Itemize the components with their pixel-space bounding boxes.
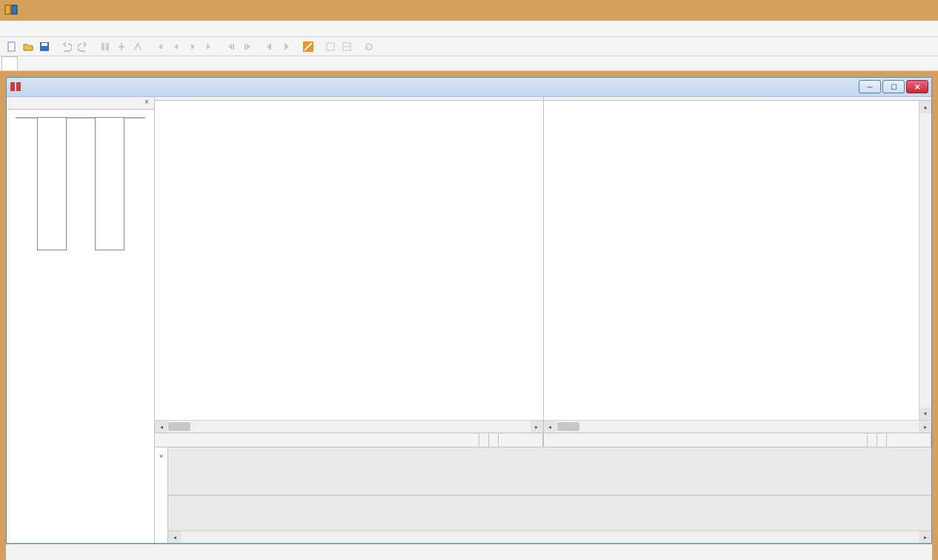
svg-rect-12: [10, 82, 15, 91]
status-cp-right: [877, 433, 887, 447]
svg-rect-7: [233, 44, 234, 50]
status-pos-right: [544, 433, 868, 447]
location-col-left[interactable]: [37, 117, 67, 250]
menubar: [0, 21, 938, 37]
location-pane: ×: [7, 97, 155, 543]
status-ro-left: [479, 433, 489, 447]
location-pane-body[interactable]: [7, 110, 154, 543]
client-area: ─ ☐ ✕ ×: [0, 71, 938, 560]
diff-row-top[interactable]: [168, 447, 931, 496]
hscrollbar-right[interactable]: ◂▸: [544, 420, 932, 433]
diff-hscrollbar[interactable]: ◂▸: [168, 530, 931, 543]
compare-pane-left: ◂▸: [155, 97, 544, 447]
diff-nav3-icon[interactable]: [130, 39, 145, 54]
refresh-icon[interactable]: [362, 39, 376, 54]
diff-nav2-icon[interactable]: [114, 39, 129, 54]
nav-prev-icon[interactable]: [169, 39, 184, 54]
toolbar: [0, 37, 938, 56]
doc-icon: [10, 81, 21, 93]
svg-rect-6: [106, 43, 109, 50]
file-tab[interactable]: [1, 56, 18, 70]
doc-titlebar: ─ ☐ ✕: [7, 78, 931, 97]
open-icon[interactable]: [21, 39, 36, 54]
opt1-icon[interactable]: [323, 39, 338, 54]
status-ro-right: [868, 433, 877, 447]
opt2-icon[interactable]: [339, 39, 354, 54]
highlight-toggle-icon[interactable]: [301, 39, 316, 54]
app-titlebar: [0, 0, 938, 21]
nav-first-icon[interactable]: [153, 39, 167, 54]
copy-right-all-icon[interactable]: [279, 39, 293, 54]
status-eol-right: [887, 433, 931, 447]
diff-pane: × ◂▸: [155, 447, 931, 543]
hscrollbar-left[interactable]: ◂▸: [155, 420, 543, 433]
location-pane-header: ×: [7, 97, 154, 110]
diff-nav1-icon[interactable]: [98, 39, 113, 54]
maximize-button[interactable]: ☐: [882, 80, 905, 93]
undo-icon[interactable]: [59, 39, 74, 54]
minimize-button[interactable]: ─: [859, 80, 881, 93]
status-bar: [6, 544, 932, 560]
status-bar-left: [155, 433, 543, 447]
nav-last-icon[interactable]: [202, 39, 216, 54]
status-pos-left: [155, 433, 479, 447]
status-bar-right: [544, 433, 932, 447]
svg-rect-10: [327, 43, 334, 50]
tabstrip: [0, 56, 938, 71]
text-right[interactable]: [544, 101, 919, 420]
copy-left-all-icon[interactable]: [262, 39, 277, 54]
svg-rect-13: [16, 82, 21, 91]
close-button[interactable]: ✕: [906, 80, 928, 93]
new-icon[interactable]: [4, 39, 19, 54]
svg-rect-2: [8, 42, 15, 51]
svg-rect-8: [245, 44, 246, 50]
save-icon[interactable]: [37, 39, 52, 54]
status-cp-left: [489, 433, 499, 447]
redo-icon[interactable]: [76, 39, 90, 54]
doc-window: ─ ☐ ✕ ×: [6, 77, 932, 544]
diff-row-bottom[interactable]: ◂▸: [168, 496, 931, 543]
app-icon: [4, 3, 18, 16]
svg-rect-0: [5, 5, 10, 14]
vscrollbar-right[interactable]: ▴▾: [919, 101, 931, 420]
merge-right-icon[interactable]: [240, 39, 255, 54]
nav-next-icon[interactable]: [185, 39, 200, 54]
merge-left-icon[interactable]: [224, 39, 239, 54]
svg-rect-4: [41, 43, 47, 46]
text-left[interactable]: [155, 101, 543, 420]
close-icon[interactable]: ×: [142, 99, 151, 107]
status-eol-left: [499, 433, 543, 447]
compare-pane-right: ▴▾ ◂▸: [544, 97, 932, 447]
diff-pane-header: ×: [155, 447, 168, 543]
svg-rect-1: [12, 5, 17, 14]
location-col-right[interactable]: [95, 117, 124, 250]
svg-rect-5: [102, 43, 104, 50]
close-icon[interactable]: ×: [157, 449, 165, 463]
